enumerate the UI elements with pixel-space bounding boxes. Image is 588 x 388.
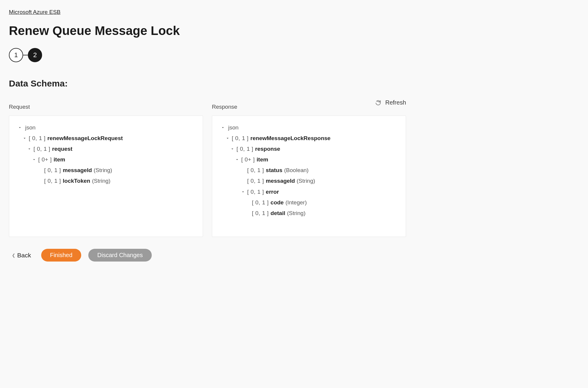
chevron-down-icon[interactable]	[241, 190, 245, 194]
cardinality: [ 0, 1 ]	[44, 176, 61, 186]
field-name: response	[255, 144, 280, 154]
field-name: detail	[271, 208, 285, 219]
cardinality: [ 0+ ]	[241, 154, 255, 165]
cardinality: [ 0, 1 ]	[237, 144, 253, 154]
tree-node-status: [ 0, 1 ] status (Boolean)	[221, 165, 397, 176]
request-column-label: Request	[9, 104, 203, 110]
tree-node-response[interactable]: [ 0, 1 ] response	[221, 144, 397, 154]
chevron-down-icon[interactable]	[32, 158, 36, 161]
chevron-down-icon[interactable]	[221, 126, 225, 129]
field-type: (String)	[297, 176, 315, 186]
tree-root-label: json	[228, 122, 239, 133]
chevron-down-icon[interactable]	[231, 147, 235, 151]
step-1[interactable]: 1	[9, 48, 23, 62]
cardinality: [ 0, 1 ]	[33, 144, 50, 154]
tree-node-code: [ 0, 1 ] code (Integer)	[221, 197, 397, 208]
tree-node-item[interactable]: [ 0+ ] item	[18, 154, 194, 165]
tree-node-item[interactable]: [ 0+ ] item	[221, 154, 397, 165]
field-name: item	[257, 154, 268, 165]
response-column-label: Response	[212, 104, 406, 110]
field-type: (String)	[94, 165, 112, 176]
field-type: (Boolean)	[284, 165, 309, 176]
field-name: item	[54, 154, 65, 165]
tree-node-messageId: [ 0, 1 ] messageId (String)	[18, 165, 194, 176]
footer-actions: ❮ Back Finished Discard Changes	[9, 249, 406, 262]
cardinality: [ 0, 1 ]	[29, 133, 46, 144]
section-title: Data Schema:	[9, 78, 406, 89]
field-name: status	[266, 165, 282, 176]
chevron-down-icon[interactable]	[23, 137, 27, 140]
chevron-down-icon[interactable]	[226, 137, 230, 140]
response-tree: json [ 0, 1 ] renewMessageLockResponse […	[212, 116, 406, 237]
back-button[interactable]: ❮ Back	[9, 252, 34, 259]
tree-root[interactable]: json	[18, 122, 194, 133]
tree-root[interactable]: json	[221, 122, 397, 133]
field-name: renewMessageLockRequest	[47, 133, 123, 144]
cardinality: [ 0, 1 ]	[247, 165, 264, 176]
tree-node-renewMessageLockRequest[interactable]: [ 0, 1 ] renewMessageLockRequest	[18, 133, 194, 144]
chevron-down-icon[interactable]	[18, 126, 22, 129]
tree-node-error[interactable]: [ 0, 1 ] error	[221, 187, 397, 197]
step-2[interactable]: 2	[28, 48, 42, 62]
finished-button[interactable]: Finished	[41, 249, 82, 262]
field-name: error	[266, 187, 279, 197]
tree-node-detail: [ 0, 1 ] detail (String)	[221, 208, 397, 219]
cardinality: [ 0, 1 ]	[232, 133, 249, 144]
tree-node-renewMessageLockResponse[interactable]: [ 0, 1 ] renewMessageLockResponse	[221, 133, 397, 144]
cardinality: [ 0, 1 ]	[247, 187, 264, 197]
chevron-down-icon[interactable]	[235, 158, 239, 161]
cardinality: [ 0, 1 ]	[44, 165, 61, 176]
discard-button[interactable]: Discard Changes	[88, 249, 151, 262]
tree-node-messageId: [ 0, 1 ] messageId (String)	[221, 176, 397, 186]
field-type: (String)	[287, 208, 305, 219]
tree-root-label: json	[25, 122, 36, 133]
back-label: Back	[17, 252, 31, 259]
field-name: code	[271, 197, 284, 208]
stepper: 1 2	[9, 48, 406, 62]
cardinality: [ 0, 1 ]	[252, 197, 269, 208]
field-name: lockToken	[63, 176, 90, 186]
request-tree: json [ 0, 1 ] renewMessageLockRequest [ …	[9, 116, 203, 237]
tree-node-request[interactable]: [ 0, 1 ] request	[18, 144, 194, 154]
page-title: Renew Queue Message Lock	[9, 24, 406, 38]
tree-node-lockToken: [ 0, 1 ] lockToken (String)	[18, 176, 194, 186]
cardinality: [ 0+ ]	[38, 154, 52, 165]
field-name: renewMessageLockResponse	[250, 133, 330, 144]
field-type: (String)	[92, 176, 110, 186]
chevron-down-icon[interactable]	[28, 147, 32, 151]
breadcrumb[interactable]: Microsoft Azure ESB	[9, 9, 60, 15]
field-name: request	[52, 144, 73, 154]
step-connector	[23, 55, 28, 55]
field-name: messageId	[63, 165, 92, 176]
cardinality: [ 0, 1 ]	[247, 176, 264, 186]
field-type: (Integer)	[285, 197, 307, 208]
chevron-left-icon: ❮	[12, 253, 15, 258]
cardinality: [ 0, 1 ]	[252, 208, 269, 219]
field-name: messageId	[266, 176, 295, 186]
